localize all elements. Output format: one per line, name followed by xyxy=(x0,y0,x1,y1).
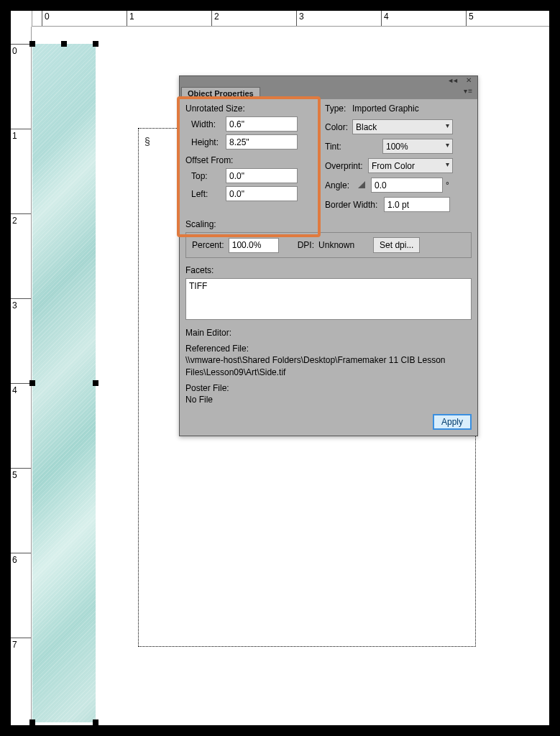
top-input[interactable] xyxy=(226,168,298,183)
selection-handle[interactable] xyxy=(93,41,98,47)
angle-label: Angle: xyxy=(325,180,357,190)
ruler-v-6: 6 xyxy=(12,555,17,565)
selection-handle[interactable] xyxy=(29,719,35,725)
imported-graphic[interactable] xyxy=(32,44,96,722)
document-frame: 0 1 2 3 4 5 0 1 2 3 4 5 6 7 § ◄◄ ✕ Ob xyxy=(10,10,550,726)
close-icon[interactable]: ✕ xyxy=(466,76,472,84)
selection-handle[interactable] xyxy=(29,380,35,386)
ruler-v-1: 1 xyxy=(12,131,17,141)
ruler-horizontal: 0 1 2 3 4 5 xyxy=(32,11,549,27)
border-width-label: Border Width: xyxy=(325,200,384,210)
dpi-label: DPI: xyxy=(298,240,314,250)
angle-degree: ° xyxy=(446,180,449,190)
object-properties-panel: ◄◄ ✕ Object Properties ▾≡ Unrotated Size… xyxy=(179,75,478,436)
panel-titlebar[interactable]: ◄◄ ✕ xyxy=(180,76,477,85)
height-input[interactable] xyxy=(226,134,298,150)
dpi-value: Unknown xyxy=(318,240,369,250)
unrotated-size-label: Unrotated Size: xyxy=(185,104,322,114)
border-width-input[interactable] xyxy=(384,197,450,212)
selection-handle[interactable] xyxy=(61,41,67,47)
type-value: Imported Graphic xyxy=(352,104,419,114)
width-label: Width: xyxy=(191,119,226,129)
facets-list[interactable]: TIFF xyxy=(185,278,472,320)
color-dropdown[interactable]: Black xyxy=(352,119,453,134)
scaling-label: Scaling: xyxy=(185,219,472,229)
top-label: Top: xyxy=(191,171,226,181)
ruler-h-0: 0 xyxy=(45,12,50,22)
collapse-icon[interactable]: ◄◄ xyxy=(447,77,457,84)
ruler-h-5: 5 xyxy=(469,12,474,22)
ruler-h-3: 3 xyxy=(299,12,304,22)
tint-dropdown[interactable]: 100% xyxy=(382,139,453,154)
percent-label: Percent: xyxy=(192,240,224,250)
facets-label: Facets: xyxy=(185,265,472,275)
width-input[interactable] xyxy=(226,116,298,132)
panel-menu-icon[interactable]: ▾≡ xyxy=(464,87,473,95)
type-label: Type: xyxy=(325,104,352,114)
tab-object-properties[interactable]: Object Properties xyxy=(181,87,260,99)
set-dpi-button[interactable]: Set dpi... xyxy=(373,237,420,253)
main-editor-label: Main Editor: xyxy=(185,327,472,339)
poster-file-value: No File xyxy=(185,394,472,405)
ruler-h-1: 1 xyxy=(129,12,134,22)
ruler-h-4: 4 xyxy=(384,12,389,22)
angle-input[interactable] xyxy=(371,178,443,193)
facets-value: TIFF xyxy=(189,281,468,291)
section-mark: § xyxy=(144,136,150,147)
ruler-v-0: 0 xyxy=(12,46,17,56)
poster-file-label: Poster File: xyxy=(185,382,472,394)
ruler-v-5: 5 xyxy=(12,470,17,480)
color-label: Color: xyxy=(325,122,352,132)
apply-button[interactable]: Apply xyxy=(433,414,472,430)
selection-handle[interactable] xyxy=(93,380,98,386)
referenced-file-label: Referenced File: xyxy=(185,343,472,354)
ruler-vertical: 0 1 2 3 4 5 6 7 xyxy=(11,27,32,725)
selection-handle[interactable] xyxy=(29,41,35,47)
overprint-label: Overprint: xyxy=(325,161,368,171)
ruler-v-3: 3 xyxy=(12,300,17,310)
overprint-dropdown[interactable]: From Color xyxy=(368,158,453,173)
left-label: Left: xyxy=(191,189,226,199)
tint-label: Tint: xyxy=(325,142,352,152)
offset-from-label: Offset From: xyxy=(185,155,322,165)
ruler-h-2: 2 xyxy=(214,12,219,22)
selection-handle[interactable] xyxy=(93,719,98,725)
referenced-file-value: \\vmware-host\Shared Folders\Desktop\Fra… xyxy=(185,354,472,377)
ruler-v-4: 4 xyxy=(12,385,17,395)
ruler-v-2: 2 xyxy=(12,216,17,226)
angle-icon xyxy=(357,180,368,190)
percent-input[interactable] xyxy=(229,238,279,253)
ruler-v-7: 7 xyxy=(12,640,17,650)
height-label: Height: xyxy=(191,137,226,147)
left-input[interactable] xyxy=(226,186,298,201)
